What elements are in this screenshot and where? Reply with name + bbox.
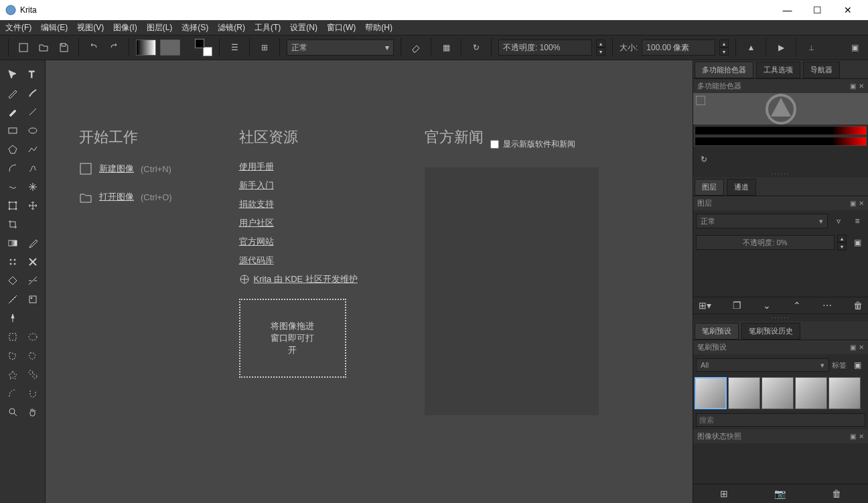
- rect-tool[interactable]: [4, 122, 21, 139]
- reload-preset-button[interactable]: ↻: [468, 40, 484, 56]
- color-config-icon[interactable]: [696, 96, 705, 105]
- panel-close-icon[interactable]: ✕: [859, 200, 864, 207]
- polyline-tool[interactable]: [24, 141, 42, 158]
- eyedropper-tool[interactable]: [24, 234, 42, 252]
- snapshot-add-button[interactable]: ⊞: [720, 488, 728, 499]
- panel-float-icon[interactable]: ▣: [850, 433, 856, 440]
- crop-tool[interactable]: [4, 216, 21, 233]
- brush-search-input[interactable]: [696, 413, 865, 427]
- color-sliders[interactable]: [693, 125, 868, 149]
- menu-image[interactable]: 图像(I): [113, 22, 137, 33]
- brush-presets-button[interactable]: ⊞: [257, 40, 273, 56]
- brush-preset-thumb[interactable]: [795, 377, 827, 409]
- layer-settings-button[interactable]: ⋯: [822, 300, 832, 311]
- drop-zone[interactable]: 将图像拖进窗口即可打开: [239, 299, 346, 378]
- multibrush-tool[interactable]: [24, 178, 42, 196]
- workspace-button[interactable]: ▣: [847, 40, 863, 56]
- transform-tool[interactable]: [4, 197, 21, 214]
- ellipse-tool[interactable]: [24, 122, 42, 139]
- menu-window[interactable]: 窗口(W): [327, 22, 356, 33]
- layer-opacity-spinner[interactable]: ▴▾: [837, 234, 847, 250]
- gradient-tool[interactable]: [4, 234, 21, 252]
- panel-float-icon[interactable]: ▣: [850, 344, 856, 351]
- move-layer-tool[interactable]: [24, 197, 42, 214]
- close-button[interactable]: ✕: [833, 0, 863, 20]
- menu-file[interactable]: 文件(F): [5, 22, 31, 33]
- snapshot-camera-button[interactable]: 📷: [774, 488, 786, 499]
- menu-view[interactable]: 视图(V): [77, 22, 104, 33]
- ellipse-select-tool[interactable]: [24, 328, 42, 346]
- new-button[interactable]: [15, 40, 31, 56]
- assistant-tool[interactable]: [24, 272, 42, 289]
- pan-tool[interactable]: [24, 403, 42, 421]
- tab-brush-history[interactable]: 笔刷预设历史: [741, 323, 800, 340]
- menu-help[interactable]: 帮助(H): [365, 22, 392, 33]
- tab-layers[interactable]: 图层: [695, 179, 724, 196]
- eraser-button[interactable]: [408, 40, 424, 56]
- news-checkbox-label[interactable]: 显示新版软件和新闻: [490, 139, 575, 150]
- layer-blend-dropdown[interactable]: 正常▾: [696, 214, 828, 228]
- freehand-select-tool[interactable]: [24, 347, 42, 364]
- zoom-tool[interactable]: [4, 403, 21, 421]
- line-tool[interactable]: [24, 103, 42, 121]
- layer-down-button[interactable]: ⌄: [763, 300, 771, 311]
- freehand-path-tool[interactable]: [24, 159, 42, 177]
- gradient-swatch[interactable]: [136, 40, 156, 56]
- rect-select-tool[interactable]: [4, 328, 21, 346]
- pattern-swatch[interactable]: [160, 40, 180, 56]
- layer-menu-button[interactable]: ≡: [849, 213, 865, 229]
- delete-layer-button[interactable]: 🗑: [853, 300, 863, 311]
- tab-color-selector[interactable]: 多功能拾色器: [695, 62, 753, 78]
- tab-brush-presets[interactable]: 笔刷预设: [695, 323, 739, 340]
- open-button[interactable]: [35, 40, 52, 56]
- brush-tool[interactable]: [4, 103, 21, 121]
- duplicate-layer-button[interactable]: ❐: [733, 300, 741, 311]
- bezier-select-tool[interactable]: [4, 384, 21, 402]
- pattern-tool[interactable]: [4, 253, 21, 271]
- brush-tag-label[interactable]: 标签: [832, 360, 847, 370]
- brush-settings-button[interactable]: ☰: [226, 40, 242, 56]
- add-layer-button[interactable]: ⊞▾: [699, 300, 711, 311]
- text-tool[interactable]: T: [24, 66, 42, 83]
- size-spinner[interactable]: ▴▾: [719, 40, 729, 56]
- layer-properties-button[interactable]: ▣: [849, 234, 865, 250]
- tab-tool-options[interactable]: 工具选项: [756, 62, 800, 78]
- blend-mode-dropdown[interactable]: 正常▾: [287, 40, 394, 56]
- layer-list[interactable]: [696, 256, 865, 294]
- link-community[interactable]: 用户社区: [239, 217, 358, 229]
- save-button[interactable]: [56, 40, 72, 56]
- menu-tools[interactable]: 工具(T): [255, 22, 281, 33]
- color-wheel[interactable]: [693, 93, 868, 125]
- similar-select-tool[interactable]: [24, 366, 42, 383]
- menu-filter[interactable]: 滤镜(R): [218, 22, 245, 33]
- brush-preset-thumb[interactable]: [728, 377, 760, 409]
- menu-edit[interactable]: 编辑(E): [41, 22, 68, 33]
- panel-close-icon[interactable]: ✕: [859, 433, 864, 440]
- fill-tool[interactable]: [4, 272, 21, 289]
- mirror-h-button[interactable]: ▲: [743, 40, 759, 56]
- brush-filter-dropdown[interactable]: All▾: [696, 358, 829, 372]
- brush-preset-thumb[interactable]: [695, 377, 727, 409]
- layer-opacity-slider[interactable]: 不透明度: 0%: [696, 235, 835, 250]
- panel-drag-handle[interactable]: ······: [693, 170, 868, 177]
- tab-navigator[interactable]: 导航器: [803, 62, 840, 78]
- news-checkbox[interactable]: [490, 140, 499, 149]
- panel-close-icon[interactable]: ✕: [859, 82, 864, 90]
- open-image-link[interactable]: 打开图像: [99, 191, 134, 203]
- magnetic-select-tool[interactable]: [24, 384, 42, 402]
- link-donate[interactable]: 捐款支持: [239, 198, 358, 210]
- shape-edit-tool[interactable]: [4, 84, 21, 102]
- layer-up-button[interactable]: ⌃: [793, 300, 801, 311]
- redo-button[interactable]: [106, 40, 122, 56]
- menu-settings[interactable]: 设置(N): [290, 22, 317, 33]
- undo-button[interactable]: [86, 40, 102, 56]
- link-website[interactable]: 官方网站: [239, 236, 358, 248]
- calligraphy-tool[interactable]: [24, 84, 42, 102]
- size-input[interactable]: 100.00 像素: [642, 40, 715, 56]
- maximize-button[interactable]: ☐: [802, 0, 833, 20]
- new-image-link[interactable]: 新建图像: [99, 163, 134, 175]
- mirror-v-button[interactable]: ▶: [773, 40, 789, 56]
- snapshot-delete-button[interactable]: 🗑: [832, 488, 841, 499]
- move-tool[interactable]: [4, 66, 21, 83]
- brush-view-button[interactable]: ▣: [849, 357, 865, 373]
